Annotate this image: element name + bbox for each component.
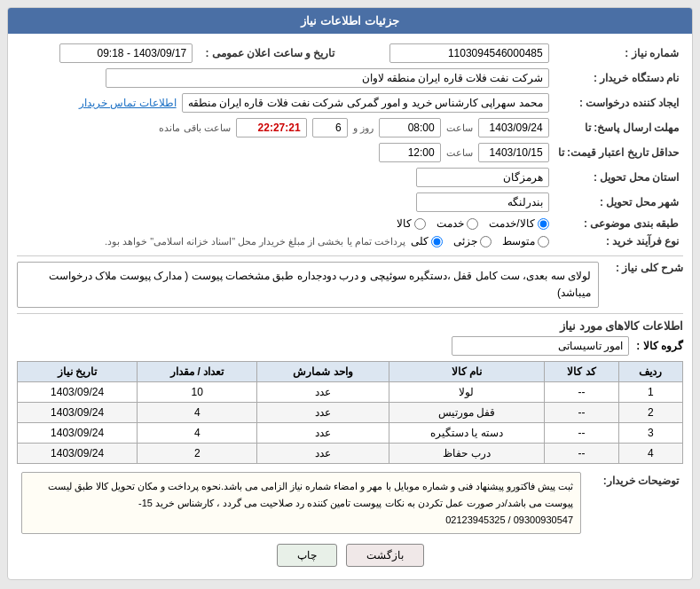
tozihaat-phone: 09300930547 / 02123945325 [445, 514, 573, 525]
mohlat-saat-mande: 22:27:21 [236, 118, 307, 137]
button-row: بازگشت چاپ [17, 544, 683, 572]
cell-nam: قفل مورتیس [389, 403, 544, 423]
saat-label-2: ساعت [446, 147, 473, 159]
cell-tarikh: 1403/09/24 [18, 382, 138, 403]
col-tedad: تعداد / مقدار [138, 362, 257, 382]
hadaqal-saat: 12:00 [379, 143, 441, 162]
radio-koli[interactable]: کلی [411, 235, 443, 247]
ijad-konande-label: ایجاد کننده درخواست : [554, 90, 683, 115]
nam-dastgah-value: شرکت نفت فلات قاره ایران منطقه لاوان [106, 68, 549, 88]
cell-vahed: عدد [257, 403, 389, 423]
radio-jozei[interactable]: جزئی [453, 235, 492, 247]
radio-kala[interactable]: کالا [397, 217, 426, 230]
cell-kod: -- [544, 423, 618, 444]
col-tarikh: تاریخ نیاز [18, 362, 138, 382]
kala-table: ردیف کد کالا نام کالا واحد شمارش تعداد /… [17, 361, 683, 464]
radio-motavaset[interactable]: متوسط [502, 235, 549, 247]
cell-tedad: 2 [138, 444, 257, 464]
gorohe-kala-label: گروه کالا : [636, 340, 683, 352]
mohlat-saat: 08:00 [379, 118, 441, 137]
cell-vahed: عدد [257, 382, 389, 403]
cell-kod: -- [544, 403, 618, 423]
cell-kod: -- [544, 382, 618, 403]
radio-motavaset-label: متوسط [502, 235, 535, 247]
cell-tarikh: 1403/09/24 [18, 444, 138, 464]
col-kod: کد کالا [544, 362, 618, 382]
col-radif: ردیف [618, 362, 682, 382]
saat-label-1: ساعت [446, 122, 473, 134]
cell-radif: 1 [618, 382, 682, 403]
cell-kod: -- [544, 444, 618, 464]
ettelaat-title: اطلاعات کالاهای مورد نیاز [17, 319, 683, 333]
cell-tedad: 4 [138, 403, 257, 423]
nam-dastgah-label: نام دستگاه خریدار : [554, 66, 683, 90]
shahr-value: بندرلنگه [416, 192, 549, 212]
radio-kala-khadamat[interactable]: کالا/خدمت [489, 217, 548, 230]
table-row: 1--لولاعدد101403/09/24 [18, 382, 683, 403]
radio-jozei-input[interactable] [480, 236, 492, 247]
radio-kala-khadamat-label: کالا/خدمت [489, 217, 534, 230]
ostan-label: استان محل تحویل : [554, 165, 683, 190]
radio-motavaset-input[interactable] [538, 236, 549, 247]
radio-khadamat-label: خدمت [437, 217, 464, 230]
cell-radif: 3 [618, 423, 682, 444]
ijad-konande-value: محمد سهراپی کارشناس خرید و امور گمرکی شر… [182, 93, 549, 113]
tabaqe-label: طبقه بندی موضوعی : [554, 215, 683, 232]
radio-koli-label: کلی [411, 235, 429, 247]
mohlat-date: 1403/09/24 [478, 118, 549, 137]
tarikh-sar-label: تاریخ و ساعت اعلان عمومی : [197, 41, 339, 66]
noue-farayand-note: پرداخت تمام یا بخشی از مبلغ خریدار محل "… [105, 236, 405, 247]
divider-1 [17, 255, 683, 256]
table-row: 4--درب حفاظعدد21403/09/24 [18, 444, 683, 464]
radio-kala-input[interactable] [414, 218, 426, 230]
cell-tarikh: 1403/09/24 [18, 423, 138, 444]
cell-tedad: 4 [138, 423, 257, 444]
cell-vahed: عدد [257, 423, 389, 444]
shomara-niaz-label: شماره نیاز : [554, 41, 683, 66]
cell-nam: دسته یا دستگیره [389, 423, 544, 444]
print-button[interactable]: چاپ [277, 544, 337, 567]
mohlat-roz: 6 [312, 118, 348, 137]
cell-tarikh: 1403/09/24 [18, 403, 138, 423]
col-vahed: واحد شمارش [257, 362, 389, 382]
radio-kala-khadamat-input[interactable] [538, 218, 549, 230]
ostan-value: هرمزگان [416, 168, 549, 187]
gorohe-kala-value: امور تاسیساتی [452, 336, 629, 356]
shahr-label: شهر محل تحویل : [554, 190, 683, 215]
cell-radif: 2 [618, 403, 682, 423]
cell-nam: لولا [389, 382, 544, 403]
cell-tedad: 10 [138, 382, 257, 403]
radio-khadamat-input[interactable] [467, 218, 478, 230]
table-row: 2--قفل مورتیسعدد41403/09/24 [18, 403, 683, 423]
hadaqal-date: 1403/10/15 [478, 143, 549, 162]
col-nam: نام کالا [389, 362, 544, 382]
mohlat-label: مهلت ارسال پاسخ: تا [554, 115, 683, 140]
radio-jozei-label: جزئی [453, 235, 477, 247]
tozihaat-value: ثبت پیش فاکتورو پیشنهاد فنی و شماره موبا… [48, 481, 573, 508]
cell-nam: درب حفاظ [389, 444, 544, 464]
shomara-niaz-value: 1103094546000485 [389, 43, 549, 63]
roz-label: روز و [353, 122, 374, 134]
table-row: 3--دسته یا دستگیرهعدد41403/09/24 [18, 423, 683, 444]
cell-vahed: عدد [257, 444, 389, 464]
tozihaat-label: توضیحات خریدار: [586, 469, 683, 537]
ijad-konande-link[interactable]: اطلاعات تماس خریدار [79, 97, 177, 109]
radio-kala-label: کالا [397, 217, 412, 230]
radio-koli-input[interactable] [431, 236, 443, 247]
mohlat-mande-label: ساعت باقی مانده [159, 122, 230, 134]
back-button[interactable]: بازگشت [346, 544, 424, 567]
divider-2 [17, 313, 683, 314]
page-header: جزئیات اطلاعات نیاز [8, 8, 692, 34]
tarikh-sar-value: 1403/09/17 - 09:18 [59, 43, 193, 63]
cell-radif: 4 [618, 444, 682, 464]
hadaqal-label: حداقل تاریخ اعتبار قیمت: تا [554, 140, 683, 165]
tozihaat-box: ثبت پیش فاکتورو پیشنهاد فنی و شماره موبا… [21, 472, 581, 534]
sharh-koli-label: شرح کلی نیاز : [606, 262, 683, 274]
sharh-koli-value: لولای سه بعدی، ست کامل قفل ،دستگیره سوئی… [17, 262, 599, 308]
noue-farayand-label: نوع فرآیند خرید : [554, 232, 683, 250]
radio-khadamat[interactable]: خدمت [437, 217, 478, 230]
